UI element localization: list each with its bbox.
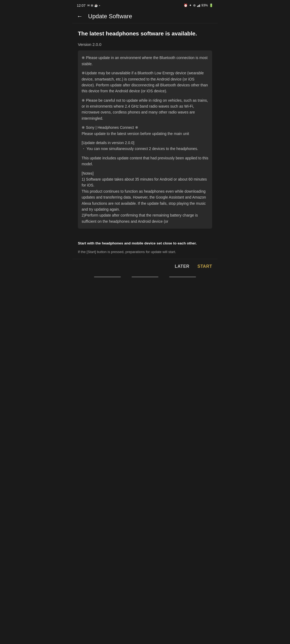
main-content: The latest headphones software is availa… xyxy=(73,23,218,238)
version-label: Version 2.0.0 xyxy=(78,42,212,47)
info-para-2: ※Update may be unavailable if a Bluetoot… xyxy=(82,70,208,94)
time-display: 12:07 xyxy=(77,3,86,8)
email-icon: ✉ xyxy=(87,4,90,7)
start-button[interactable]: START xyxy=(197,264,212,269)
main-heading: The latest headphones software is availa… xyxy=(78,30,212,37)
info-para-1: ※ Please update in an environment where … xyxy=(82,55,208,67)
bluetooth-icon: ✦ xyxy=(189,3,192,7)
toolbar: ← Update Software xyxy=(73,10,218,23)
wifi-icon: ⊛ xyxy=(193,3,196,7)
status-bar: 12:07 ✉ ⊞ ☕ ● ⏰ ✦ ⊛ 93% 🔋 xyxy=(73,0,218,10)
notification-icons: ✉ ⊞ ☕ ● xyxy=(87,4,100,7)
info-para-6: This update includes update content that… xyxy=(82,155,208,167)
info-para-4: ※ Sony | Headphones Connect ※Please upda… xyxy=(82,125,208,137)
action-bar: LATER START xyxy=(73,259,218,274)
footer-notice: Start with the headphones and mobile dev… xyxy=(73,238,218,247)
cup-icon: ☕ xyxy=(94,4,98,7)
battery-display: 93% xyxy=(201,3,208,7)
info-para-7: [Notes]1) Software update takes about 35… xyxy=(82,170,208,225)
nav-pill-1 xyxy=(94,276,121,277)
status-right-icons: ⏰ ✦ ⊛ 93% 🔋 xyxy=(184,3,213,7)
nav-bar xyxy=(73,274,218,282)
nav-pill-3 xyxy=(169,276,196,277)
teams-icon: ⊞ xyxy=(91,4,93,7)
alarm-icon: ⏰ xyxy=(184,3,188,7)
info-box[interactable]: ※ Please update in an environment where … xyxy=(78,50,212,229)
back-button[interactable]: ← xyxy=(77,13,83,19)
later-button[interactable]: LATER xyxy=(175,264,190,269)
status-time: 12:07 ✉ ⊞ ☕ ● xyxy=(77,3,100,8)
info-para-5: [Update details in version 2.0.0]・ You c… xyxy=(82,140,208,152)
nav-pill-2 xyxy=(132,276,158,277)
footer-sub: If the [Start] button is pressed, prepar… xyxy=(73,247,218,259)
battery-icon: 🔋 xyxy=(209,3,213,7)
page-title: Update Software xyxy=(88,13,132,20)
info-para-3: ※ Please be careful not to update while … xyxy=(82,97,208,122)
dot-icon: ● xyxy=(99,4,100,7)
signal-bars-icon xyxy=(197,4,200,7)
